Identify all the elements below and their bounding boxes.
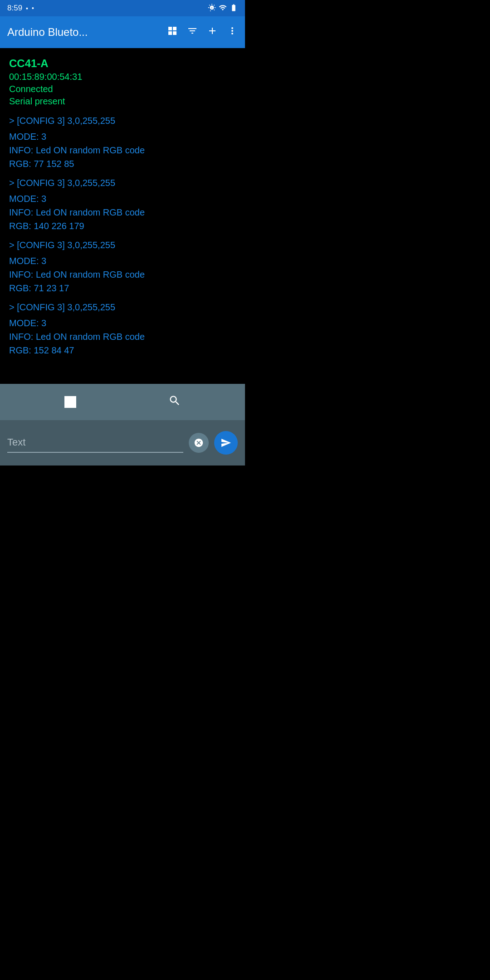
log-response-4: MODE: 3 INFO: Led ON random RGB code RGB…	[9, 316, 236, 357]
log-response-3: MODE: 3 INFO: Led ON random RGB code RGB…	[9, 254, 236, 295]
status-time: 8:59	[7, 4, 22, 13]
log-entry-2: > [CONFIG 3] 3,0,255,255 MODE: 3 INFO: L…	[9, 178, 236, 233]
app-bar: Arduino Blueto...	[0, 16, 245, 48]
send-icon	[220, 437, 231, 448]
stop-button[interactable]	[64, 396, 76, 408]
device-address: 00:15:89:00:54:31	[9, 72, 236, 82]
status-bar-left: 8:59 ▪ •	[7, 4, 34, 13]
clear-button[interactable]	[189, 433, 209, 453]
status-bar: 8:59 ▪ •	[0, 0, 245, 16]
log-response-2: MODE: 3 INFO: Led ON random RGB code RGB…	[9, 192, 236, 233]
battery-icon	[230, 4, 238, 13]
signal-icon	[219, 4, 227, 13]
log-command-3: > [CONFIG 3] 3,0,255,255	[9, 240, 236, 250]
log-command-2: > [CONFIG 3] 3,0,255,255	[9, 178, 236, 188]
more-icon[interactable]	[227, 25, 238, 39]
device-status: Connected	[9, 84, 236, 94]
add-icon[interactable]	[207, 25, 218, 39]
bottom-action-bar	[0, 384, 245, 420]
adjust-icon[interactable]	[167, 25, 178, 39]
log-command-1: > [CONFIG 3] 3,0,255,255	[9, 116, 236, 126]
main-content: CC41-A 00:15:89:00:54:31 Connected Seria…	[0, 48, 245, 384]
filter-icon[interactable]	[187, 25, 198, 39]
log-entry-3: > [CONFIG 3] 3,0,255,255 MODE: 3 INFO: L…	[9, 240, 236, 295]
app-bar-actions	[167, 25, 238, 39]
clear-icon	[194, 438, 204, 448]
send-button[interactable]	[214, 431, 238, 455]
device-name: CC41-A	[9, 57, 236, 70]
status-icons-right	[208, 4, 238, 13]
text-input[interactable]	[7, 433, 183, 453]
log-command-4: > [CONFIG 3] 3,0,255,255	[9, 302, 236, 313]
alarm-icon	[208, 4, 216, 13]
search-button[interactable]	[168, 394, 181, 410]
app-bar-title: Arduino Blueto...	[7, 26, 162, 39]
notification-icon: ▪	[26, 5, 28, 12]
dot-icon: •	[32, 5, 34, 12]
device-serial: Serial present	[9, 96, 236, 107]
text-input-bar	[0, 420, 245, 466]
log-response-1: MODE: 3 INFO: Led ON random RGB code RGB…	[9, 130, 236, 171]
stop-icon	[64, 396, 76, 408]
log-entry-4: > [CONFIG 3] 3,0,255,255 MODE: 3 INFO: L…	[9, 302, 236, 357]
log-entry-1: > [CONFIG 3] 3,0,255,255 MODE: 3 INFO: L…	[9, 116, 236, 171]
search-icon	[168, 394, 181, 407]
